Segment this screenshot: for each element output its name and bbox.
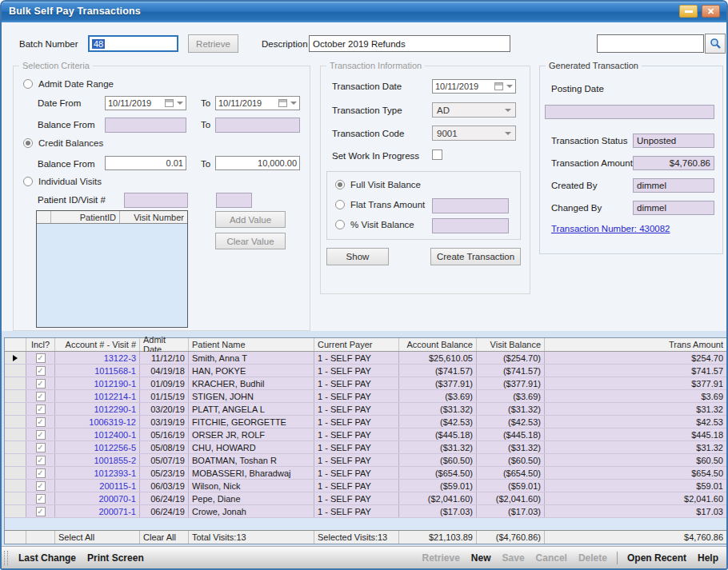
show-button[interactable]: Show: [326, 248, 389, 265]
incl-checkbox[interactable]: ✓: [36, 481, 46, 491]
incl-checkbox[interactable]: ✓: [36, 430, 46, 440]
incl-checkbox[interactable]: ✓: [36, 417, 46, 427]
chevron-down-icon: [506, 85, 513, 88]
search-input[interactable]: [597, 34, 704, 53]
changed-by-value: dimmel: [637, 203, 666, 213]
incl-checkbox[interactable]: ✓: [36, 392, 46, 401]
account-link[interactable]: 1012190-1: [94, 379, 136, 389]
row-selector[interactable]: [5, 505, 26, 517]
search-button[interactable]: [705, 34, 726, 54]
row-selector[interactable]: [5, 492, 26, 504]
table-row[interactable]: ✓1012393-105/23/19MOBASSERI, Bharadwaj1 …: [5, 467, 726, 480]
patient-name-cell: BOATMAN, Toshan R: [189, 454, 314, 466]
table-row[interactable]: ✓1012256-505/08/19CHU, HOWARD1 - SELF PA…: [5, 441, 726, 454]
incl-checkbox[interactable]: ✓: [36, 456, 46, 465]
table-row[interactable]: ✓1012214-101/15/19STIGEN, JOHN1 - SELF P…: [5, 390, 726, 403]
create-transaction-button[interactable]: Create Transaction: [430, 248, 521, 265]
trans-amount-cell: $2,041.60: [545, 492, 726, 504]
minimize-button[interactable]: [679, 5, 698, 18]
table-row[interactable]: ✓200115-106/03/19Wilson, Nick1 - SELF PA…: [5, 480, 726, 492]
help-button[interactable]: Help: [692, 552, 726, 564]
description-input[interactable]: October 2019 Refunds: [309, 35, 510, 52]
incl-checkbox[interactable]: ✓: [36, 366, 46, 376]
row-selector[interactable]: [5, 352, 26, 364]
selected-visits-label: Selected Visits:13: [314, 531, 399, 544]
trans-amount-cell: $445.18: [545, 428, 726, 440]
account-link[interactable]: 1012400-1: [94, 430, 136, 440]
individual-visits-radio[interactable]: Individual Visits: [23, 177, 102, 186]
incl-checkbox[interactable]: ✓: [36, 507, 46, 516]
account-link[interactable]: 1006319-12: [89, 417, 136, 427]
header-incl: Incl?: [26, 338, 55, 351]
transaction-number-link[interactable]: Transaction Number: 430082: [551, 224, 670, 233]
row-selector[interactable]: [5, 365, 26, 377]
set-wip-checkbox[interactable]: [432, 149, 442, 160]
transaction-date-picker[interactable]: 10/11/2019: [432, 79, 516, 94]
close-button[interactable]: ✕: [702, 5, 720, 18]
table-row[interactable]: ✓1012290-103/20/19PLATT, ANGELA L1 - SEL…: [5, 403, 726, 416]
row-selector[interactable]: [5, 454, 26, 466]
account-link[interactable]: 1012214-1: [94, 392, 136, 401]
admit-balance-to-input: [215, 118, 300, 133]
incl-checkbox[interactable]: ✓: [36, 405, 46, 414]
incl-checkbox[interactable]: ✓: [36, 379, 46, 389]
row-selector[interactable]: [5, 403, 26, 415]
credit-balance-from-input[interactable]: 0.01: [105, 156, 186, 170]
full-visit-balance-radio[interactable]: Full Visit Balance: [335, 180, 421, 189]
clear-all-button[interactable]: Clear All: [140, 531, 189, 544]
new-action[interactable]: New: [466, 552, 497, 564]
account-link[interactable]: 1012256-5: [94, 443, 136, 452]
incl-checkbox[interactable]: ✓: [36, 443, 46, 452]
incl-cell: ✓: [26, 377, 55, 389]
last-change-button[interactable]: Last Change: [13, 552, 82, 564]
account-link[interactable]: 1011568-1: [94, 366, 136, 376]
table-row[interactable]: ✓1011568-104/19/18HAN, POKYE1 - SELF PAY…: [5, 365, 726, 377]
account-link[interactable]: 200070-1: [99, 494, 137, 504]
selection-criteria-legend: Selection Criteria: [19, 61, 93, 70]
incl-checkbox[interactable]: ✓: [36, 494, 46, 504]
table-row[interactable]: ✓200071-106/24/19Crowe, Jonah1 - SELF PA…: [5, 505, 726, 518]
transaction-type-select[interactable]: AD: [432, 102, 516, 118]
retrieve-button[interactable]: Retrieve: [188, 34, 238, 53]
calendar-icon: [278, 99, 287, 107]
table-row[interactable]: ✓200070-106/24/19Pepe, Diane1 - SELF PAY…: [5, 492, 726, 505]
row-selector[interactable]: [5, 428, 26, 440]
incl-checkbox[interactable]: ✓: [36, 353, 46, 363]
batch-number-input[interactable]: 48: [88, 35, 178, 52]
pct-visit-balance-radio[interactable]: % Visit Balance: [335, 220, 414, 229]
row-selector[interactable]: [5, 467, 26, 479]
incl-checkbox[interactable]: ✓: [36, 468, 46, 478]
account-link[interactable]: 200071-1: [99, 507, 137, 516]
select-all-button[interactable]: Select All: [55, 531, 140, 544]
table-row[interactable]: ✓1001855-205/07/19BOATMAN, Toshan R1 - S…: [5, 454, 726, 467]
credit-balances-radio[interactable]: Credit Balances: [23, 138, 103, 148]
open-recent-button[interactable]: Open Recent: [622, 552, 692, 564]
trans-amount-cell: $60.50: [545, 454, 726, 466]
row-selector[interactable]: [5, 480, 26, 492]
flat-trans-amount-radio[interactable]: Flat Trans Amount: [335, 200, 425, 209]
row-selector[interactable]: [5, 441, 26, 453]
print-screen-button[interactable]: Print Screen: [82, 552, 150, 564]
account-link[interactable]: 1001855-2: [94, 456, 136, 465]
row-selector[interactable]: [5, 416, 26, 428]
table-row[interactable]: ✓1012400-105/16/19ORSER JR, ROLF1 - SELF…: [5, 428, 726, 441]
account-link[interactable]: 1012290-1: [94, 405, 136, 414]
clear-value-button: Clear Value: [215, 233, 286, 249]
current-payer-cell: 1 - SELF PAY: [314, 416, 399, 428]
credit-balance-to-input[interactable]: 10,000.00: [215, 156, 300, 170]
admit-date-cell: 05/16/19: [140, 428, 189, 440]
row-selector[interactable]: [5, 390, 26, 402]
row-selector[interactable]: [5, 377, 26, 389]
table-row[interactable]: ✓1012190-101/09/19KRACHER, Budhil1 - SEL…: [5, 377, 726, 390]
admit-date-range-radio[interactable]: Admit Date Range: [23, 79, 114, 89]
transaction-code-select[interactable]: 9001: [432, 126, 516, 141]
date-from-picker[interactable]: 10/11/2019: [105, 96, 186, 110]
patient-id-visit-label: Patient ID/Visit #: [38, 195, 106, 205]
table-row[interactable]: ✓13122-311/12/10Smith, Anna T1 - SELF PA…: [5, 352, 726, 365]
table-row[interactable]: ✓1006319-1203/19/19FITCHIE, GEORGETTE1 -…: [5, 416, 726, 428]
account-link[interactable]: 200115-1: [99, 481, 136, 491]
account-link[interactable]: 1012393-1: [94, 468, 136, 478]
account-link[interactable]: 13122-3: [104, 353, 136, 363]
date-from-label: Date From: [38, 98, 81, 108]
date-to-picker[interactable]: 10/11/2019: [215, 96, 300, 110]
